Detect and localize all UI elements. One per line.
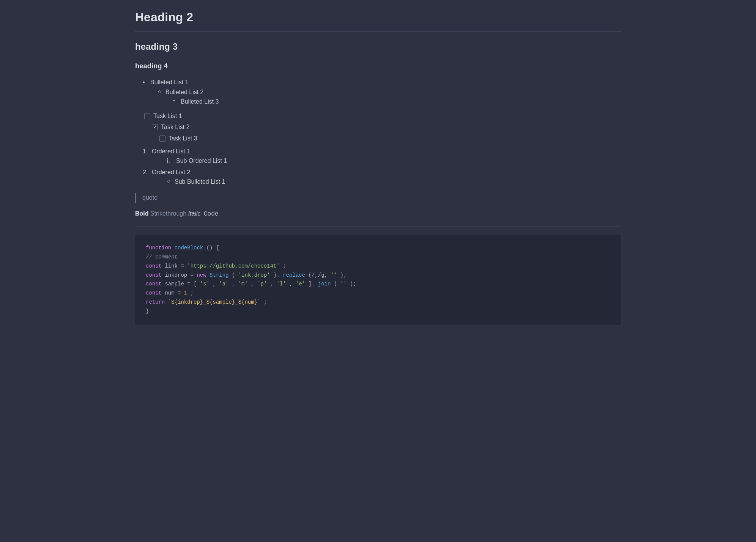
code-plain: () { (206, 245, 219, 251)
code-plain: ; (264, 299, 267, 305)
bold-text: Bold (135, 210, 149, 217)
code-keyword: function (146, 245, 171, 251)
code-comment: // comment (146, 254, 178, 260)
ordered-item-2: Ordered List 2 Sub Bulleted List 1 (143, 167, 621, 187)
blockquote: quote (135, 193, 621, 203)
code-line-7: return `${inkdrop}_${sample}_${num}` ; (146, 298, 610, 307)
code-string: '' (340, 281, 347, 287)
code-plain: link = (165, 263, 187, 269)
code-keyword: new (197, 272, 206, 278)
code-block: function codeBlock () { // comment const… (135, 235, 621, 325)
heading-4: heading 4 (135, 60, 621, 71)
code-string: '' (331, 272, 337, 278)
heading-2: Heading 2 (135, 8, 621, 32)
list-item: Bulleted List 2 Bulleted List 3 (158, 87, 621, 107)
code-plain: , (232, 281, 238, 287)
code-plain: ); (350, 281, 356, 287)
code-plain: num = (165, 290, 184, 296)
code-keyword: return (146, 299, 165, 305)
code-string: 'ink,drop' (238, 272, 270, 278)
code-plain: , (213, 281, 219, 287)
code-string: 'l' (277, 281, 286, 287)
lists-section: Bulleted List 1 Bulleted List 2 Bulleted… (135, 77, 621, 107)
code-plain: ( (232, 272, 235, 278)
ordered-list-level2: Sub Ordered List 1 (167, 156, 621, 166)
code-line-8: } (146, 307, 610, 316)
code-string: 'e' (296, 281, 305, 287)
code-function: replace (283, 272, 305, 278)
ordered-list-section: Ordered List 1 Sub Ordered List 1 Ordere… (135, 147, 621, 187)
checkbox-2[interactable] (152, 124, 158, 130)
code-line-3: const link = 'https://github.com/choco14… (146, 262, 610, 271)
code-string: 's' (200, 281, 209, 287)
code-string: 'a' (219, 281, 228, 287)
task-list-level2: Task List 2 (150, 122, 621, 132)
code-line-4: const inkdrop = new String ( 'ink,drop' … (146, 271, 610, 280)
code-function: join (318, 281, 331, 287)
code-keyword: const (146, 281, 162, 287)
task-list-item-2[interactable]: Task List 2 (150, 122, 621, 132)
task-list-level3: Task List 3 (158, 134, 621, 143)
list-item: Bulleted List 1 Bulleted List 2 Bulleted… (143, 77, 621, 107)
code-number: 1 (184, 290, 187, 296)
code-plain: , (289, 281, 296, 287)
code-plain: ( (334, 281, 337, 287)
code-template: `${inkdrop}_${sample}_${num}` (168, 299, 261, 305)
code-plain: ]. (309, 281, 315, 287)
code-line-2: // comment (146, 253, 610, 262)
bulleted-list-level3: Bulleted List 3 (173, 97, 621, 107)
code-string: 'https://github.com/choco14t' (187, 263, 280, 269)
code-function: String (209, 272, 228, 278)
task-list-item-3[interactable]: Task List 3 (158, 134, 621, 143)
code-plain: ; (191, 290, 194, 296)
task-list: Task List 1 (143, 111, 621, 121)
code-line-1: function codeBlock () { (146, 244, 610, 253)
sub-bulleted-item: Sub Bulleted List 1 (167, 177, 621, 187)
sub-bulleted-list: Sub Bulleted List 1 (167, 177, 621, 187)
code-plain: , (251, 281, 257, 287)
ordered-list: Ordered List 1 Sub Ordered List 1 Ordere… (143, 147, 621, 187)
bulleted-list-level2: Bulleted List 2 Bulleted List 3 (158, 87, 621, 107)
task-list-item-1[interactable]: Task List 1 (143, 111, 621, 121)
code-plain: , (270, 281, 277, 287)
code-keyword: const (146, 263, 162, 269)
code-plain: } (146, 308, 149, 314)
checkbox-1[interactable] (144, 113, 150, 119)
italic-text: Italic (188, 210, 201, 217)
code-plain: ). (273, 272, 280, 278)
strikethrough-text: Strikethrough (150, 210, 186, 217)
heading-3: heading 3 (135, 39, 621, 54)
inline-styles-section: Bold Strikethrough Italic Code (135, 209, 621, 219)
code-string: 'm' (238, 281, 248, 287)
task-list-section: Task List 1 Task List 2 Task List 3 (135, 111, 621, 143)
code-keyword: const (146, 272, 162, 278)
code-line-5: const sample = [ 's' , 'a' , 'm' , 'p' ,… (146, 280, 610, 289)
code-plain: ); (340, 272, 347, 278)
code-function: codeBlock (175, 245, 203, 251)
bulleted-list-level1: Bulleted List 1 Bulleted List 2 Bulleted… (143, 77, 621, 107)
code-line-6: const num = 1 ; (146, 289, 610, 298)
code-plain: inkdrop = (165, 272, 197, 278)
code-plain: sample = [ (165, 281, 197, 287)
code-string: 'p' (257, 281, 267, 287)
code-keyword: const (146, 290, 162, 296)
list-item: Bulleted List 3 (173, 97, 621, 107)
ordered-sub-item-1: Sub Ordered List 1 (167, 156, 621, 166)
page-container: Heading 2 heading 3 heading 4 Bulleted L… (128, 0, 628, 340)
checkbox-3[interactable] (159, 136, 165, 142)
inline-code: Code (202, 210, 220, 218)
code-plain: ; (283, 263, 286, 269)
ordered-item-1: Ordered List 1 Sub Ordered List 1 (143, 147, 621, 166)
horizontal-rule (135, 227, 621, 227)
code-plain: (/,/g, (309, 272, 331, 278)
